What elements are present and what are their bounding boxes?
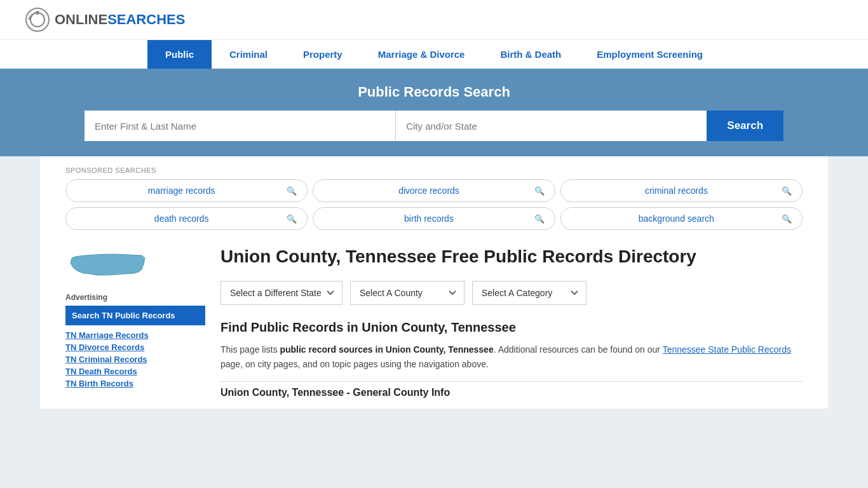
description-part2: . Additional resources can be found on o…	[494, 344, 663, 355]
sponsored-item-background[interactable]: background search 🔍	[560, 207, 803, 230]
sidebar-link-birth[interactable]: TN Birth Records	[65, 379, 205, 388]
nav-marriage-divorce[interactable]: Marriage & Divorce	[360, 40, 483, 69]
sponsored-item-divorce[interactable]: divorce records 🔍	[313, 179, 555, 202]
sidebar-link-criminal[interactable]: TN Criminal Records	[65, 355, 205, 364]
advertising-label: Advertising	[65, 293, 205, 302]
sponsored-text-divorce: divorce records	[323, 186, 534, 196]
logo-text: ONLINESEARCHES	[55, 11, 185, 28]
sponsored-item-birth[interactable]: birth records 🔍	[313, 207, 555, 230]
name-input[interactable]	[85, 111, 396, 141]
sponsored-grid: marriage records 🔍 divorce records 🔍 cri…	[65, 179, 803, 230]
sidebar-link-marriage[interactable]: TN Marriage Records	[65, 330, 205, 340]
search-icon-3: 🔍	[287, 214, 297, 224]
svg-point-2	[36, 11, 39, 15]
sponsored-item-marriage[interactable]: marriage records 🔍	[65, 179, 308, 202]
main-content: Union County, Tennessee Free Public Reco…	[220, 245, 803, 398]
search-form: Search	[85, 111, 783, 141]
logo-icon	[25, 8, 50, 32]
category-dropdown[interactable]: Select A Category	[472, 281, 587, 305]
search-icon-5: 🔍	[782, 214, 792, 224]
content-area: Advertising Search TN Public Records TN …	[65, 245, 803, 398]
search-icon-2: 🔍	[782, 186, 792, 196]
search-icon-1: 🔍	[534, 186, 545, 196]
sidebar-link-divorce[interactable]: TN Divorce Records	[65, 342, 205, 352]
description-part3: page, on city pages, and on topic pages …	[220, 359, 489, 369]
location-input[interactable]	[396, 111, 707, 141]
search-icon-0: 🔍	[287, 186, 297, 196]
description-link[interactable]: Tennessee State Public Records	[663, 344, 791, 355]
description-text: This page lists public record sources in…	[220, 342, 803, 371]
nav-employment[interactable]: Employment Screening	[579, 40, 721, 69]
tennessee-state-shape	[65, 245, 148, 283]
sponsored-text-death: death records	[76, 214, 287, 224]
search-banner: Public Records Search Search	[0, 69, 868, 156]
nav-public[interactable]: Public	[147, 40, 212, 69]
search-banner-title: Public Records Search	[25, 84, 843, 100]
main-container: SPONSORED SEARCHES marriage records 🔍 di…	[40, 156, 828, 409]
county-dropdown[interactable]: Select A County	[350, 281, 465, 305]
sponsored-text-marriage: marriage records	[76, 186, 287, 196]
page-title: Union County, Tennessee Free Public Reco…	[220, 245, 803, 268]
logo[interactable]: ONLINESEARCHES	[25, 8, 185, 32]
state-dropdown[interactable]: Select a Different State	[220, 281, 342, 305]
nav-criminal[interactable]: Criminal	[212, 40, 285, 69]
description-bold: public record sources in Union County, T…	[280, 344, 493, 355]
sponsored-item-death[interactable]: death records 🔍	[65, 207, 308, 230]
nav-birth-death[interactable]: Birth & Death	[482, 40, 579, 69]
nav-property[interactable]: Property	[285, 40, 360, 69]
dropdowns-row: Select a Different State Select A County…	[220, 281, 803, 305]
sidebar-links: TN Marriage Records TN Divorce Records T…	[65, 330, 205, 388]
sidebar-ad-highlight[interactable]: Search TN Public Records	[65, 306, 205, 325]
general-info-heading: Union County, Tennessee - General County…	[220, 387, 803, 398]
sponsored-label: SPONSORED SEARCHES	[65, 166, 803, 174]
sponsored-text-birth: birth records	[323, 214, 534, 224]
section-heading: Find Public Records in Union County, Ten…	[220, 320, 803, 335]
sponsored-item-criminal[interactable]: criminal records 🔍	[560, 179, 803, 202]
description-part1: This page lists	[220, 344, 280, 355]
sponsored-text-criminal: criminal records	[571, 186, 782, 196]
header: ONLINESEARCHES	[0, 0, 868, 39]
divider	[220, 381, 803, 382]
state-image-container	[65, 245, 205, 285]
sidebar-link-death[interactable]: TN Death Records	[65, 367, 205, 376]
main-nav: Public Criminal Property Marriage & Divo…	[0, 39, 868, 69]
sidebar: Advertising Search TN Public Records TN …	[65, 245, 205, 398]
search-icon-4: 🔍	[534, 214, 545, 224]
sponsored-text-background: background search	[571, 214, 782, 224]
search-button[interactable]: Search	[707, 111, 783, 141]
